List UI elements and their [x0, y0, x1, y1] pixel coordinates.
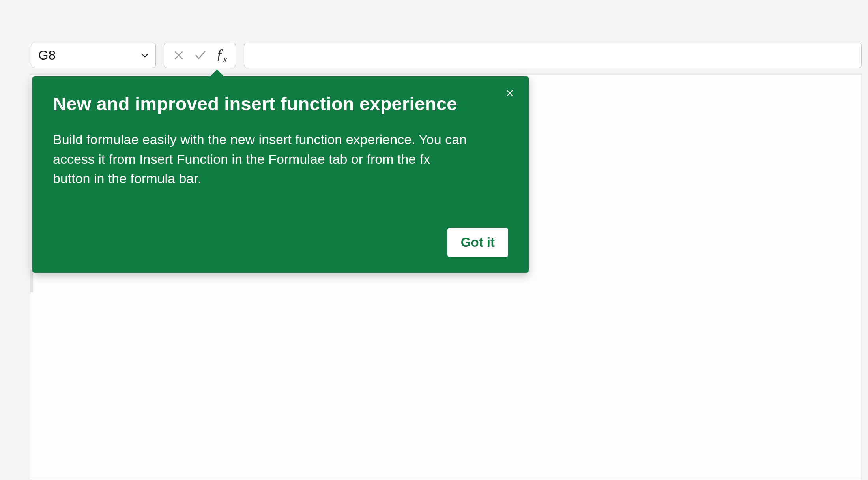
callout-title: New and improved insert function experie…: [53, 93, 508, 115]
formula-input[interactable]: [244, 43, 862, 68]
cancel-formula-button[interactable]: [173, 49, 185, 61]
name-box-value: G8: [38, 48, 56, 63]
chevron-down-icon[interactable]: [140, 50, 150, 60]
row-header-marker: [30, 270, 33, 292]
insert-function-button[interactable]: ƒx: [216, 47, 227, 64]
formula-bar: G8 ƒx: [31, 43, 862, 68]
got-it-button[interactable]: Got it: [447, 228, 508, 257]
callout-body: Build formulae easily with the new inser…: [53, 130, 471, 188]
formula-bar-button-group: ƒx: [164, 43, 236, 68]
teaching-callout: New and improved insert function experie…: [32, 76, 529, 273]
close-button[interactable]: [502, 86, 518, 101]
name-box[interactable]: G8: [31, 43, 156, 68]
accept-formula-button[interactable]: [194, 49, 207, 62]
close-icon: [505, 88, 514, 99]
